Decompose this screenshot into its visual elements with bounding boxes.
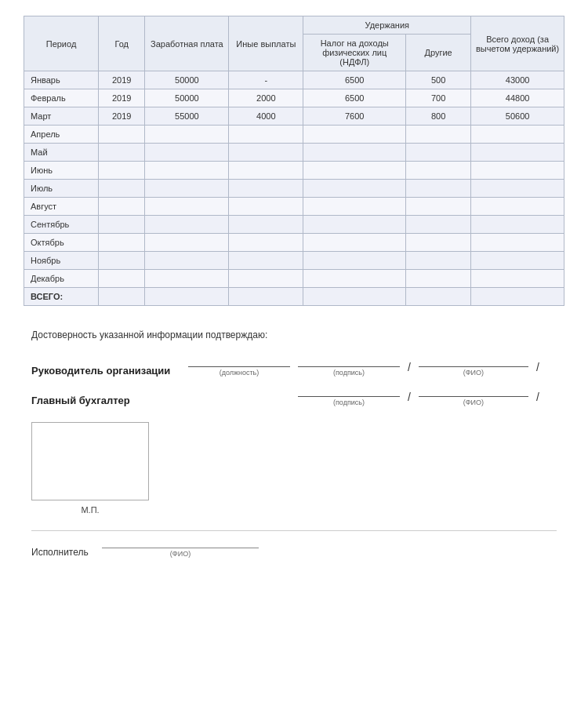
chief-signature-hint: (подпись): [333, 398, 365, 406]
table-row: Январь201950000-650050043000: [24, 71, 564, 89]
table-cell: [303, 198, 406, 216]
table-row: Ноябрь: [24, 252, 564, 270]
table-cell: [99, 126, 145, 144]
stamp-area: М.П.: [31, 422, 557, 515]
table-cell: 55000: [145, 107, 229, 126]
total-row: ВСЕГО:: [24, 288, 564, 306]
table-cell: [229, 234, 303, 252]
table-cell: [99, 162, 145, 180]
table-cell: [145, 126, 229, 144]
table-cell: [303, 126, 406, 144]
stamp-box: [31, 422, 149, 500]
table-cell: [145, 270, 229, 288]
total-cell: [303, 288, 406, 306]
table-cell: [406, 216, 471, 234]
table-cell: [303, 180, 406, 198]
table-cell: [145, 162, 229, 180]
table-cell: [406, 144, 471, 162]
table-cell: Март: [24, 107, 99, 126]
table-cell: [471, 144, 564, 162]
head-slash2: /: [536, 361, 539, 377]
table-row: Август: [24, 198, 564, 216]
table-row: Сентябрь: [24, 216, 564, 234]
salary-table: Период Год Заработная плата Иные выплаты…: [24, 16, 564, 306]
table-row: Октябрь: [24, 234, 564, 252]
table-cell: [406, 162, 471, 180]
head-signature-line: [298, 355, 400, 367]
table-cell: Сентябрь: [24, 216, 99, 234]
table-row: Май: [24, 144, 564, 162]
table-cell: Ноябрь: [24, 252, 99, 270]
table-cell: [303, 144, 406, 162]
header-deductions-group: Удержания: [303, 16, 471, 35]
header-year: Год: [99, 16, 145, 71]
table-cell: [471, 198, 564, 216]
table-cell: Октябрь: [24, 234, 99, 252]
table-cell: [471, 234, 564, 252]
executor-row: Исполнитель (ФИО): [31, 536, 557, 558]
table-cell: [229, 162, 303, 180]
table-cell: 7600: [303, 107, 406, 126]
table-cell: [406, 198, 471, 216]
executor-block: Исполнитель (ФИО): [31, 530, 557, 558]
table-cell: [303, 216, 406, 234]
table-cell: 700: [406, 89, 471, 107]
total-cell: ВСЕГО:: [24, 288, 99, 306]
table-cell: [471, 270, 564, 288]
executor-fio-group: (ФИО): [102, 536, 259, 558]
executor-label: Исполнитель: [31, 547, 94, 558]
head-fio-group: (ФИО): [419, 355, 528, 377]
head-fio-hint: (ФИО): [463, 369, 484, 377]
table-cell: [145, 216, 229, 234]
stamp-label: М.П.: [31, 505, 149, 515]
total-cell: [99, 288, 145, 306]
header-other-payments: Иные выплаты: [229, 16, 303, 71]
table-cell: [406, 180, 471, 198]
table-cell: [303, 252, 406, 270]
table-cell: [471, 126, 564, 144]
header-salary: Заработная плата: [145, 16, 229, 71]
table-cell: Июнь: [24, 162, 99, 180]
table-cell: [406, 234, 471, 252]
table-row: Февраль2019500002000650070044800: [24, 89, 564, 107]
table-cell: [145, 234, 229, 252]
header-total-income: Всего доход (за вычетом удержаний): [471, 16, 564, 71]
table-cell: [145, 180, 229, 198]
table-cell: 2019: [99, 107, 145, 126]
table-cell: [99, 180, 145, 198]
table-cell: Август: [24, 198, 99, 216]
table-cell: [99, 234, 145, 252]
table-cell: [229, 198, 303, 216]
chief-fio-hint: (ФИО): [463, 398, 484, 406]
header-ndfl: Налог на доходы физических лиц (НДФЛ): [303, 35, 406, 71]
chief-fio-line: [419, 384, 528, 397]
table-cell: 2000: [229, 89, 303, 107]
head-position-hint: (должность): [220, 369, 260, 377]
table-row: Июнь: [24, 162, 564, 180]
head-label: Руководитель организации: [31, 365, 180, 377]
total-cell: [471, 288, 564, 306]
table-cell: 6500: [303, 71, 406, 89]
table-cell: [99, 144, 145, 162]
table-cell: 2019: [99, 71, 145, 89]
table-cell: [471, 216, 564, 234]
table-cell: 50000: [145, 71, 229, 89]
chief-slash1: /: [408, 391, 411, 406]
table-cell: [303, 270, 406, 288]
table-cell: 44800: [471, 89, 564, 107]
table-cell: Май: [24, 144, 99, 162]
table-cell: [471, 162, 564, 180]
chief-label: Главный бухгалтер: [31, 395, 180, 406]
table-row: Апрель: [24, 126, 564, 144]
head-signature-row: Руководитель организации (должность) (по…: [31, 355, 557, 377]
table-cell: 2019: [99, 89, 145, 107]
table-cell: [229, 144, 303, 162]
head-signature-group: (подпись): [298, 355, 400, 377]
table-cell: 43000: [471, 71, 564, 89]
table-cell: [471, 180, 564, 198]
table-cell: [229, 180, 303, 198]
table-cell: [99, 216, 145, 234]
chief-fio-group: (ФИО): [419, 384, 528, 406]
executor-fio-line: [102, 536, 259, 548]
head-position-line: [188, 355, 290, 367]
